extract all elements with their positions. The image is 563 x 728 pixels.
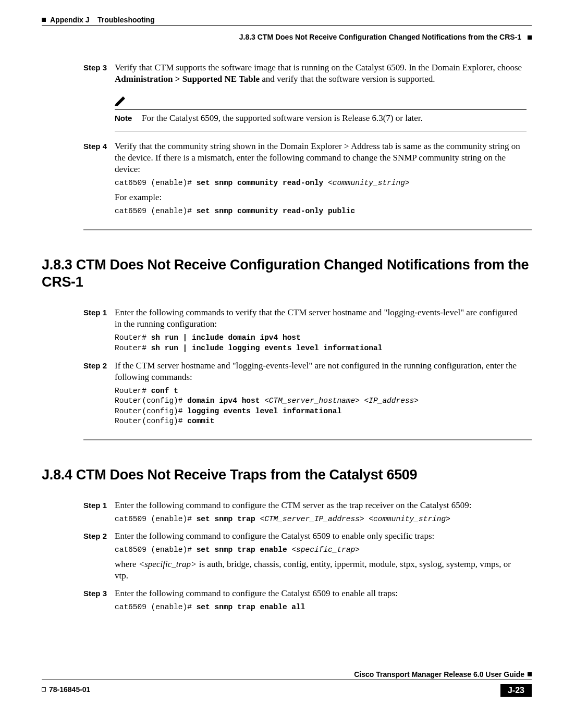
header-appendix: Appendix J Troubleshooting bbox=[42, 16, 532, 24]
heading-j83: J.8.3 CTM Does Not Receive Configuration… bbox=[42, 256, 532, 292]
c-step2-code: cat6509 (enable)# set snmp trap enable <… bbox=[115, 545, 527, 556]
c-step3-label: Step 3 bbox=[83, 589, 115, 598]
step-4-label: Step 4 bbox=[83, 142, 115, 151]
heading-j84: J.8.4 CTM Does Not Receive Traps from th… bbox=[42, 466, 532, 484]
step3-bold: Administration > Supported NE Table bbox=[115, 74, 260, 84]
pencil-icon bbox=[115, 95, 532, 108]
c-step2-text: Enter the following command to configure… bbox=[115, 530, 527, 542]
footer-rule bbox=[42, 680, 532, 680]
footer-docnum: 78-16845-01 bbox=[49, 685, 90, 694]
b-step2-code: Router# conf t Router(config)# domain ip… bbox=[115, 386, 527, 427]
c-step1-text: Enter the following command to configure… bbox=[115, 500, 527, 511]
header-section-text: J.8.3 CTM Does Not Receive Configuration… bbox=[239, 33, 521, 41]
step4-text: Verify that the community string shown i… bbox=[115, 141, 527, 175]
step-4-body: Verify that the community string shown i… bbox=[115, 141, 527, 220]
note-label: Note bbox=[115, 114, 142, 122]
b-step1-body: Enter the following commands to verify t… bbox=[115, 307, 527, 356]
outline-square-icon bbox=[42, 687, 46, 692]
note-rule-top bbox=[115, 109, 527, 110]
c-step1-row: Step 1 Enter the following command to co… bbox=[42, 500, 532, 528]
step-3-row: Step 3 Verify that CTM supports the soft… bbox=[42, 62, 532, 88]
header-section: J.8.3 CTM Does Not Receive Configuration… bbox=[42, 33, 532, 41]
appendix-label: Appendix J bbox=[50, 16, 89, 24]
c-step3-text: Enter the following command to configure… bbox=[115, 588, 527, 599]
c-step3-code: cat6509 (enable)# set snmp trap enable a… bbox=[115, 602, 527, 613]
page-number: J-23 bbox=[500, 684, 532, 697]
step3-text-pre: Verify that CTM supports the software im… bbox=[115, 63, 522, 72]
footer-guide: Cisco Transport Manager Release 6.0 User… bbox=[354, 670, 524, 678]
header-rule bbox=[42, 25, 532, 26]
step4-code2: cat6509 (enable)# set snmp community rea… bbox=[115, 206, 527, 217]
step-4-row: Step 4 Verify that the community string … bbox=[42, 141, 532, 220]
b-step2-label: Step 2 bbox=[83, 361, 115, 370]
c-step1-label: Step 1 bbox=[83, 501, 115, 510]
step-3-label: Step 3 bbox=[83, 63, 115, 72]
b-step2-text: If the CTM server hostname and "logging-… bbox=[115, 360, 527, 383]
c-step1-code: cat6509 (enable)# set snmp trap <CTM_ser… bbox=[115, 514, 527, 525]
footer: Cisco Transport Manager Release 6.0 User… bbox=[42, 678, 532, 697]
note-rule-bottom bbox=[115, 131, 527, 131]
c-step1-body: Enter the following command to configure… bbox=[115, 500, 527, 528]
note-row: Note For the Catalyst 6509, the supporte… bbox=[115, 113, 527, 124]
step3-text-post: and verify that the software version is … bbox=[260, 74, 435, 84]
b-step1-label: Step 1 bbox=[83, 308, 115, 317]
b-step1-text: Enter the following commands to verify t… bbox=[115, 307, 527, 330]
step4-code1: cat6509 (enable)# set snmp community rea… bbox=[115, 178, 527, 189]
b-step1-row: Step 1 Enter the following commands to v… bbox=[42, 307, 532, 356]
b-step2-body: If the CTM server hostname and "logging-… bbox=[115, 360, 527, 430]
c-step3-row: Step 3 Enter the following command to co… bbox=[42, 588, 532, 616]
filled-square-icon bbox=[42, 18, 46, 22]
c-step2-row: Step 2 Enter the following command to co… bbox=[42, 530, 532, 585]
filled-square-icon bbox=[528, 672, 532, 676]
b-step2-row: Step 2 If the CTM server hostname and "l… bbox=[42, 360, 532, 430]
step4-forexample: For example: bbox=[115, 192, 527, 203]
step-3-body: Verify that CTM supports the software im… bbox=[115, 62, 527, 88]
filled-square-icon bbox=[528, 35, 532, 40]
c-step2-label: Step 2 bbox=[83, 532, 115, 540]
note-text: For the Catalyst 6509, the supported sof… bbox=[142, 113, 423, 124]
appendix-title: Troubleshooting bbox=[97, 16, 155, 24]
section-divider bbox=[83, 439, 532, 440]
c-step3-body: Enter the following command to configure… bbox=[115, 588, 527, 616]
b-step1-code: Router# sh run | include domain ipv4 hos… bbox=[115, 333, 527, 353]
section-divider bbox=[83, 229, 532, 230]
c-step2-body: Enter the following command to configure… bbox=[115, 530, 527, 585]
c-step2-where: where <specific_trap> is auth, bridge, c… bbox=[115, 559, 527, 582]
